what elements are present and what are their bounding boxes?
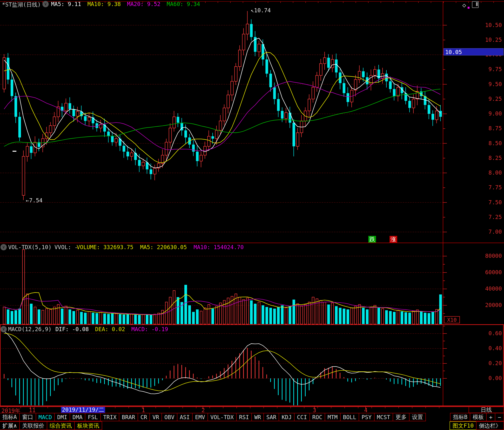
toolbar-button-xxB[interactable]: 指标B — [450, 413, 470, 421]
axis-tick-label: 10.50 — [480, 22, 502, 28]
axis-tick-label: 20000 — [480, 302, 502, 308]
toolbar-button-EMV[interactable]: EMV — [192, 413, 208, 421]
diamond-icon[interactable]: ◇ — [462, 1, 466, 9]
indicator-value: MA5: 220630.05 — [140, 244, 187, 250]
date-axis-label: 2 — [201, 407, 205, 413]
date-axis-label: 3 — [313, 407, 316, 413]
volume-scale-box: X10 — [444, 316, 460, 323]
toolbar-button-RSI[interactable]: RSI — [236, 413, 252, 421]
ma-values-row: MA5: 9.11MA10: 9.38MA20: 9.52MA60: 9.34 — [51, 1, 206, 7]
indicator-value: MACD: -0.19 — [131, 326, 168, 332]
indicator-value: DIF: -0.08 — [55, 326, 89, 332]
toolbar-button-+[interactable]: + — [486, 413, 495, 421]
date-axis-label: 11 — [29, 407, 36, 413]
chevron-down-icon[interactable]: ∨ — [0, 244, 7, 250]
axis-tick-label: 7.25 — [480, 214, 502, 220]
toolbar-button-CCI[interactable]: CCI — [294, 413, 310, 421]
fall-badge[interactable]: 跌 — [368, 236, 376, 243]
toolbar-button-xx[interactable]: 设置 — [409, 413, 426, 421]
axis-tick-label: 10.25 — [480, 37, 502, 43]
vvol-value: VVOL: - — [54, 244, 78, 250]
axis-tick-label: 40000 — [480, 285, 502, 292]
date-axis-label: 1 — [142, 407, 145, 413]
indicator-value: MA5: 9.11 — [51, 1, 81, 7]
restore-window-icon[interactable] — [472, 1, 479, 8]
axis-tick-label: 7.00 — [480, 229, 502, 235]
bottom-toolbar: 扩展∧关联报价综合资讯板块资讯图文F10侧边栏》 — [0, 421, 504, 430]
toolbar-button-BOLL[interactable]: BOLL — [340, 413, 359, 421]
toolbar-button-VR[interactable]: VR — [149, 413, 162, 421]
toolbar-button-MCST[interactable]: MCST — [374, 413, 393, 421]
toolbar-button-xxF10[interactable]: 图文F10 — [450, 421, 477, 430]
axis-tick-label: 9.50 — [480, 81, 502, 87]
axis-tick-label: 9.00 — [480, 110, 502, 117]
axis-tick-label: 0.40 — [480, 345, 502, 351]
axis-tick-label: 9.25 — [480, 96, 502, 102]
toolbar-button-FSL[interactable]: FSL — [85, 413, 101, 421]
toolbar-button-TRIX[interactable]: TRIX — [100, 413, 119, 421]
axis-tick-label: 80000 — [480, 253, 502, 259]
toolbar-button-ASI[interactable]: ASI — [177, 413, 193, 421]
axis-tick-label: 60000 — [480, 269, 502, 275]
toolbar-button-xxxx[interactable]: 综合资讯 — [47, 421, 75, 430]
rise-badge[interactable]: 涨 — [389, 236, 397, 243]
axis-tick-label: 7.50 — [480, 199, 502, 205]
stock-title: *ST盐湖(日线) — [2, 1, 41, 9]
high-price-annotation: ↖10.74 — [251, 7, 271, 13]
toolbar-button-PSY[interactable]: PSY — [359, 413, 375, 421]
toolbar-button-SAR[interactable]: SAR — [263, 413, 279, 421]
toolbar-button-xxxx[interactable]: 侧边栏》 — [476, 421, 504, 430]
toolbar-button-xxA[interactable]: 指标A — [0, 413, 20, 421]
axis-tick-label: 8.50 — [480, 140, 502, 146]
chevron-down-icon[interactable]: ∨ — [0, 326, 7, 332]
chart-canvas[interactable] — [0, 0, 504, 430]
toolbar-button-WR[interactable]: WR — [252, 413, 264, 421]
toolbar-button-ROC[interactable]: ROC — [309, 413, 325, 421]
axis-tick-label: 8.00 — [480, 170, 502, 176]
indicator-value: MA20: 9.52 — [127, 1, 160, 7]
toolbar-button-OBV[interactable]: OBV — [162, 413, 177, 421]
indicator-value: MA10: 9.38 — [88, 1, 121, 7]
toolbar-button-xxxx[interactable]: 关联报价 — [19, 421, 47, 430]
toolbar-button-DMI[interactable]: DMI — [54, 413, 70, 421]
toolbar-button-xx[interactable]: 窗口 — [19, 413, 36, 421]
indicator-value: MA60: 9.34 — [167, 1, 200, 7]
tdx-stock-chart-window: { "header": { "title": "*ST盐湖(日线)", "ma_… — [0, 0, 504, 430]
toolbar-button-x[interactable]: − — [495, 413, 504, 421]
volume-values-row: VOLUME: 332693.75MA5: 220630.05MA10: 154… — [77, 244, 251, 250]
magenta-marker-dot — [468, 7, 469, 9]
axis-tick-label: 0.60 — [480, 330, 502, 336]
axis-tick-label: 0.20 — [480, 360, 502, 366]
toolbar-button-VOL-TDX[interactable]: VOL-TDX — [207, 413, 237, 421]
toolbar-button-MTM[interactable]: MTM — [325, 413, 341, 421]
toolbar-button-xx[interactable]: 模板 — [470, 413, 487, 421]
macd-values-row: DIF: -0.08DEA: 0.02MACD: -0.19 — [55, 326, 174, 332]
indicator-value: VOLUME: 332693.75 — [77, 244, 133, 250]
indicator-toolbar: 指标A窗口MACDDMIDMAFSLTRIXBRARCRVROBVASIEMVV… — [0, 413, 504, 421]
axis-tick-label: 8.75 — [480, 125, 502, 131]
axis-tick-label: 8.25 — [480, 155, 502, 161]
toolbar-button-xxxx[interactable]: 板块资讯 — [74, 421, 102, 430]
macd-indicator-name: MACD(12,26,9) — [8, 326, 52, 332]
indicator-value: MA10: 154024.70 — [194, 244, 244, 250]
axis-tick-label: 7.75 — [480, 184, 502, 191]
date-axis-label: 4 — [364, 407, 368, 413]
date-highlight-tag[interactable]: 2019/11/19/二 — [61, 407, 105, 413]
chevron-down-icon[interactable]: ∨ — [42, 1, 49, 7]
period-cell[interactable]: 日线 — [468, 407, 504, 413]
toolbar-button-xx[interactable]: 更多 — [393, 413, 410, 421]
toolbar-button-xxx[interactable]: 扩展∧ — [0, 421, 20, 430]
indicator-value: DEA: 0.02 — [95, 326, 125, 332]
toolbar-button-BRAR[interactable]: BRAR — [119, 413, 138, 421]
toolbar-button-DMA[interactable]: DMA — [70, 413, 86, 421]
toolbar-button-MACD[interactable]: MACD — [36, 413, 55, 421]
low-price-annotation: ←7.54 — [26, 197, 42, 203]
axis-tick-label: 9.75 — [480, 66, 502, 72]
window-controls: ◇ — [462, 1, 482, 9]
toolbar-button-CR[interactable]: CR — [138, 413, 150, 421]
volume-indicator-name: VOL-TDX(5,10) — [8, 244, 52, 250]
toolbar-button-KDJ[interactable]: KDJ — [279, 413, 295, 421]
axis-tick-label: 0.00 — [480, 375, 502, 381]
price-highlight-tag: 10.05 — [443, 48, 504, 55]
